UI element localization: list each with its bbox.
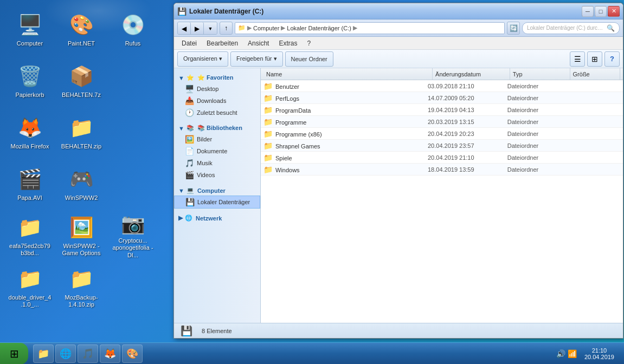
folder-icon: 📁 — [263, 94, 273, 102]
computer-collapse-icon: ▼ — [178, 187, 184, 194]
organisieren-button[interactable]: Organisieren ▾ — [177, 51, 228, 67]
taskbar-item-paint[interactable]: 🎨 — [122, 344, 143, 363]
file-type: Dateiordner — [507, 95, 569, 101]
file-date: 03.09.2018 21:10 — [428, 83, 507, 89]
winspww2opt-label: WinSPWW2 - Game Options — [60, 243, 103, 257]
table-row[interactable]: 📁Programme (x86) 20.04.2019 20:23 Dateio… — [261, 128, 623, 140]
sidebar-item-musik[interactable]: 🎵 Musik — [174, 157, 260, 169]
taskbar-item-ie[interactable]: 🌐 — [55, 344, 76, 363]
file-date: 20.04.2019 20:23 — [428, 131, 507, 137]
col-header-size[interactable]: Größe — [570, 68, 620, 80]
table-row[interactable]: 📁Spiele 20.04.2019 21:10 Dateiordner — [261, 152, 623, 164]
folder-icon: 📁 — [263, 118, 273, 126]
desktop-icon-firefox[interactable]: 🦊 Mozilla Firefox — [5, 108, 54, 157]
col-header-type[interactable]: Typ — [510, 68, 570, 80]
desktop-icon-empty1 — [108, 57, 157, 106]
folder-icon: 📁 — [263, 129, 273, 138]
table-row[interactable]: 📁Shrapnel Games 20.04.2019 23:57 Dateior… — [261, 140, 623, 152]
bibliotheken-collapse-icon: ▼ — [178, 125, 184, 132]
desktop-icon-papierkorb[interactable]: 🗑️ Papierkorb — [5, 57, 54, 106]
breadcrumb[interactable]: 📁 ▶ Computer ▶ Lokaler Datenträger (C:) … — [235, 22, 505, 34]
desktop-icon-behalten7z[interactable]: 📦 BEHALTEN.7z — [57, 57, 106, 106]
menu-bearbeiten[interactable]: Bearbeiten — [202, 38, 242, 48]
taskbar-clock[interactable]: 21:1020.04.2019 — [579, 347, 620, 360]
file-date: 18.04.2019 13:59 — [428, 166, 507, 173]
desktop: 🖥️ Computer 🎨 Paint.NET 💿 Rufus 🗑️ Papie… — [0, 0, 624, 364]
menu-extras[interactable]: Extras — [274, 38, 301, 48]
desktop-icon-winspww2[interactable]: 🎮 WinSPWW2 — [57, 160, 106, 209]
sidebar-item-videos[interactable]: 🎬 Videos — [174, 169, 260, 181]
desktop-icon-computer[interactable]: 🖥️ Computer — [5, 5, 54, 54]
crypto-label: Cryptocu... aponogetifolia -DI... — [111, 237, 155, 259]
breadcrumb-computer[interactable]: Computer — [253, 25, 279, 31]
menu-help[interactable]: ? — [303, 38, 315, 48]
search-icon[interactable]: 🔍 — [607, 24, 615, 32]
breadcrumb-drive[interactable]: Lokaler Datenträger (C:) — [287, 25, 351, 31]
sidebar-header-favoriten[interactable]: ▼ ⭐ ⭐ Favoriten — [174, 73, 260, 83]
sidebar-item-downloads[interactable]: 📥 Downloads — [174, 95, 260, 107]
freigeben-button[interactable]: Freigeben für ▾ — [230, 51, 282, 67]
desktop-icon-winspww2opt[interactable]: 🖼️ WinSPWW2 - Game Options — [57, 211, 106, 260]
sidebar-header-bibliotheken[interactable]: ▼ 📚 📚 Bibliotheken — [174, 123, 260, 133]
sidebar-item-desktop[interactable]: 🖥️ Desktop — [174, 83, 260, 95]
up-button[interactable]: ↑ — [220, 22, 233, 35]
close-button[interactable]: ✕ — [608, 6, 620, 17]
neuer-ordner-button[interactable]: Neuer Ordner — [285, 51, 333, 67]
explorer-window: 💾 Lokaler Datenträger (C:) ─ □ ✕ ◀ ▶ ▼ ↑… — [173, 3, 623, 339]
sidebar-item-zuletzt[interactable]: 🕐 Zuletzt besucht — [174, 107, 260, 119]
folder-icon: 📁 — [263, 153, 273, 162]
view-toggle-button[interactable]: ☰ — [570, 51, 585, 67]
start-button[interactable]: ⊞ — [0, 343, 28, 365]
folder-icon: 📁 — [263, 165, 273, 174]
taskbar-item-media[interactable]: 🎵 — [78, 344, 98, 363]
mozbackup-icon: 📁 — [68, 266, 94, 292]
desktop-sidebar-icon: 🖥️ — [185, 84, 194, 93]
desktop-icon-eafa75[interactable]: 📁 eafa75ed2cb79b3bd... — [5, 211, 54, 260]
mozbackup-label: MozBackup-1.4.10.zip — [60, 294, 103, 308]
desktop-icon-doubledriver[interactable]: 📁 double_driver_4.1.0_... — [5, 263, 54, 311]
minimize-button[interactable]: ─ — [582, 6, 594, 17]
table-row[interactable]: 📁Benutzer 03.09.2018 21:10 Dateiordner — [261, 80, 623, 92]
taskbar-item-firefox[interactable]: 🦊 — [100, 344, 120, 363]
sidebar-header-computer[interactable]: ▼ 💻 Computer — [174, 185, 260, 196]
bibliotheken-icon: 📚 — [186, 125, 194, 132]
maximize-button[interactable]: □ — [595, 6, 607, 17]
back-button[interactable]: ◀ — [178, 22, 191, 35]
main-area: ▼ ⭐ ⭐ Favoriten 🖥️ Desktop 📥 Downloads 🕐 — [174, 68, 623, 323]
desktop-icon-mozbackup[interactable]: 📁 MozBackup-1.4.10.zip — [57, 263, 106, 311]
col-header-date[interactable]: Änderungsdatum — [433, 68, 510, 80]
videos-icon: 🎬 — [185, 171, 194, 179]
table-row[interactable]: 📁ProgramData 19.04.2019 04:13 Dateiordne… — [261, 104, 623, 116]
preview-button[interactable]: ⊞ — [587, 51, 602, 67]
file-type: Dateiordner — [507, 166, 569, 173]
desktop-icon-papaavi[interactable]: 🎬 Papa.AVI — [5, 160, 54, 209]
desktop-icon-crypto[interactable]: 📷 Cryptocu... aponogetifolia -DI... — [108, 211, 157, 260]
address-bar-row: ◀ ▶ ▼ ↑ 📁 ▶ Computer ▶ Lokaler Datenträg… — [174, 20, 623, 37]
paintnet-label: Paint.NET — [68, 40, 95, 47]
refresh-button[interactable]: 🔄 — [507, 22, 520, 35]
table-row[interactable]: 📁PerfLogs 14.07.2009 05:20 Dateiordner — [261, 92, 623, 104]
taskbar: ⊞ 📁 🌐 🎵 🦊 🎨 🔊 📶 21:1020.04.2019 — [0, 342, 624, 364]
behalten7z-label: BEHALTEN.7z — [62, 92, 101, 99]
menu-ansicht[interactable]: Ansicht — [243, 38, 273, 48]
sidebar-item-dokumente[interactable]: 📄 Dokumente — [174, 145, 260, 157]
paintnet-icon: 🎨 — [68, 12, 94, 38]
sidebar-item-bilder[interactable]: 🖼️ Bilder — [174, 133, 260, 145]
desktop-icon-rufus[interactable]: 💿 Rufus — [108, 5, 157, 54]
taskbar-item-folder[interactable]: 📁 — [33, 344, 54, 363]
lokaler-icon: 💾 — [185, 198, 195, 206]
netzwerk-icon: 🌐 — [185, 214, 192, 222]
desktop-icon-behaltenzip[interactable]: 📁 BEHALTEN.zip — [57, 108, 106, 157]
col-header-name[interactable]: Name — [263, 68, 433, 80]
search-placeholder: Lokaler Datenträger (C:) durchsuchen — [527, 25, 604, 31]
forward-button[interactable]: ▶ — [191, 22, 204, 35]
dropdown-button[interactable]: ▼ — [204, 22, 217, 35]
sidebar-item-lokaler[interactable]: 💾 Lokaler Datenträger — [174, 196, 260, 209]
help-button[interactable]: ? — [604, 51, 620, 67]
sidebar-header-netzwerk[interactable]: ▶ 🌐 Netzwerk — [174, 213, 260, 223]
desktop-icon-paintnet[interactable]: 🎨 Paint.NET — [57, 5, 106, 54]
search-box[interactable]: Lokaler Datenträger (C:) durchsuchen 🔍 — [522, 22, 620, 34]
table-row[interactable]: 📁Programme 20.03.2019 13:15 Dateiordner — [261, 116, 623, 128]
table-row[interactable]: 📁Windows 18.04.2019 13:59 Dateiordner — [261, 164, 623, 176]
menu-datei[interactable]: Datei — [177, 38, 201, 48]
